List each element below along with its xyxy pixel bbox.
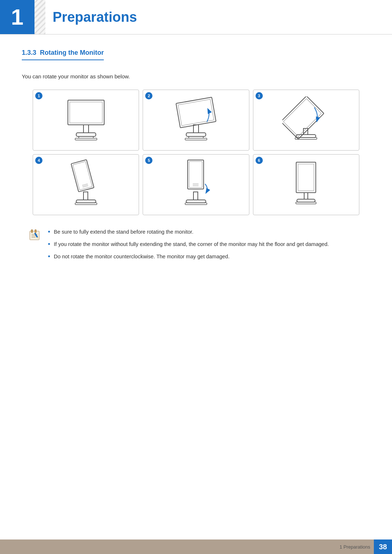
svg-rect-38: [297, 199, 315, 202]
footer-section-label: 1 Preparations: [339, 544, 370, 550]
svg-rect-3: [76, 133, 96, 136]
svg-rect-2: [83, 125, 89, 133]
page-title: Preparations: [53, 9, 137, 25]
section-intro: You can rotate your monitor as shown bel…: [22, 73, 370, 79]
diagram-4: 4: [33, 154, 139, 215]
page-footer: 1 Preparations 38: [0, 539, 392, 554]
diagram-number-4: 4: [35, 157, 42, 164]
diagrams-grid: 1 2: [33, 90, 359, 215]
section-title: 1.3.3 Rotating the Monitor: [22, 49, 104, 60]
diagram-2-svg: [146, 93, 246, 147]
header-title-block: Preparations: [45, 0, 392, 34]
diagram-5-svg: [146, 157, 246, 212]
diagram-3-svg: [256, 93, 356, 147]
svg-rect-35: [296, 162, 316, 193]
note-item-1: Be sure to fully extend the stand before…: [48, 228, 329, 236]
svg-rect-19: [76, 200, 96, 203]
svg-rect-27: [186, 200, 206, 203]
diagram-2: 2: [143, 90, 249, 151]
notes-section: Be sure to fully extend the stand before…: [29, 228, 370, 265]
chapter-number: 1: [11, 6, 23, 28]
diagram-6: 6: [253, 154, 359, 215]
note-item-3: Do not rotate the monitor counterclockwi…: [48, 253, 329, 261]
svg-rect-41: [31, 230, 33, 233]
notes-list: Be sure to fully extend the stand before…: [48, 228, 329, 265]
svg-rect-10: [185, 138, 207, 140]
diagram-number-3: 3: [256, 92, 263, 99]
svg-rect-39: [296, 202, 316, 204]
svg-rect-6: [75, 138, 97, 140]
diagram-4-svg: [36, 157, 136, 212]
page-header: 1 Preparations: [0, 0, 392, 34]
diagram-number-1: 1: [35, 92, 42, 99]
main-content: 1.3.3 Rotating the Monitor You can rotat…: [0, 34, 392, 294]
footer-page-number: 38: [374, 539, 392, 554]
svg-rect-14: [296, 135, 316, 138]
diagram-number-6: 6: [256, 157, 263, 164]
svg-rect-29: [193, 192, 198, 200]
note-icon: [29, 229, 42, 242]
svg-rect-13: [178, 99, 214, 126]
section-header: 1.3.3 Rotating the Monitor: [22, 49, 370, 66]
svg-rect-20: [75, 203, 97, 205]
diagram-5: 5: [143, 154, 249, 215]
diagram-3: 3: [253, 90, 359, 151]
diagram-1: 1: [33, 90, 139, 151]
svg-rect-42: [35, 230, 36, 233]
header-stripe: [34, 0, 45, 34]
svg-rect-28: [185, 203, 207, 205]
svg-rect-0: [68, 100, 104, 125]
svg-rect-18: [283, 99, 322, 137]
svg-rect-37: [304, 193, 308, 199]
note-item-2: If you rotate the monitor without fully …: [48, 241, 329, 249]
chapter-number-block: 1: [0, 0, 34, 34]
diagram-1-svg: [36, 93, 136, 147]
svg-rect-11: [193, 125, 199, 133]
svg-rect-21: [83, 192, 88, 200]
svg-rect-1: [70, 102, 102, 123]
svg-rect-36: [298, 164, 314, 191]
diagram-6-svg: [256, 157, 356, 212]
svg-rect-7: [186, 133, 206, 136]
svg-rect-23: [73, 161, 92, 190]
